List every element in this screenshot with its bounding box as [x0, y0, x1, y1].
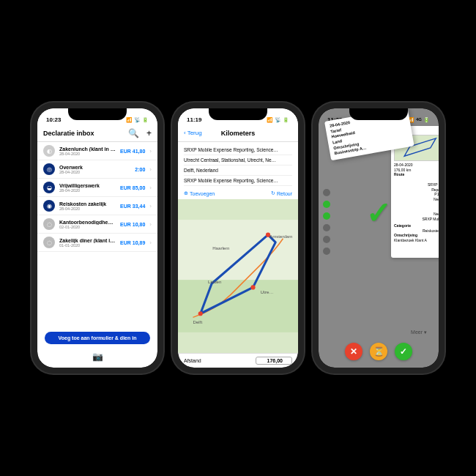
search-icon[interactable]: 🔍 — [128, 128, 139, 138]
back-label: Terug — [187, 130, 202, 136]
svg-text:Utre…: Utre… — [261, 289, 274, 294]
svg-text:Leiden: Leiden — [208, 279, 222, 284]
battery-icon: 🔋 — [423, 117, 430, 123]
item-text: Kantoorbenodigdheden02-01-2020 — [59, 220, 116, 229]
list-item[interactable]: ◒Vrijwilligerswerk28-04-2020EUR 85,00› — [37, 179, 157, 197]
chevron-down-icon: ▾ — [424, 330, 427, 335]
item-text: Zakenlunch (klant in omschrijving)28-04-… — [59, 146, 116, 156]
item-title: Vrijwilligerswerk — [59, 183, 116, 188]
omschrijving-label: Omschrijving — [394, 233, 439, 238]
plus-circle-icon: ⊕ — [184, 190, 188, 196]
item-title: Zakelijk diner (klant in omschrijving) — [59, 238, 116, 243]
item-date: 28-04-2020 — [59, 207, 116, 211]
addr-line: Reporting... — [394, 187, 439, 193]
distance-label: Afstand — [184, 358, 201, 363]
distance-row: Afstand 176,00 — [178, 353, 298, 368]
addr-line: Utrecht — [394, 202, 439, 207]
back-button[interactable]: ‹ Terug — [184, 130, 202, 136]
stop-row[interactable]: SRXP Mobile Expense Reporting, Science… — [184, 145, 292, 155]
phone-notch — [349, 108, 408, 120]
svg-text:Delft: Delft — [193, 319, 203, 324]
screen-approval: 11:25 📶 4G 🔋 Ante… 28-04-2020 — [319, 108, 439, 368]
card-date: 28-04-2020 — [394, 163, 439, 168]
nav-bar: Declaratie inbox 🔍 + — [37, 124, 157, 142]
list-item[interactable]: ◌Kantoorbenodigdheden02-01-2020EUR 10,80… — [37, 215, 157, 234]
dot-approved — [323, 212, 330, 220]
stop-row[interactable]: SRXP Mobile Expense Reporting, Science… — [184, 176, 292, 186]
addr-line: SRXP Mobil... — [394, 182, 439, 187]
wifi-label: 4G — [416, 117, 422, 123]
dot — [323, 224, 330, 231]
dot — [323, 248, 330, 255]
route-actions: ⊕ Toevoegen ↻ Retour — [178, 189, 298, 199]
svg-point-4 — [198, 311, 203, 316]
list-item[interactable]: ◌Zakelijk diner (klant in omschrijving)0… — [37, 234, 157, 252]
expense-list[interactable]: ◐Zakenlunch (klant in omschrijving)28-04… — [37, 142, 157, 327]
item-amount: EUR 10,80 — [120, 222, 145, 227]
chevron-right-icon: › — [149, 166, 152, 173]
wifi-icon: 📡 — [275, 117, 281, 123]
reject-button[interactable]: ✕ — [345, 343, 362, 360]
addr-line: P1, 40Z... — [394, 192, 439, 197]
battery-icon: 🔋 — [283, 117, 289, 123]
phone-notch — [68, 108, 127, 120]
status-icons: 📶 📡 🔋 — [267, 117, 289, 123]
item-date: 02-01-2020 — [59, 225, 116, 229]
item-date: 28-04-2020 — [59, 188, 116, 193]
camera-button[interactable]: 📷 — [37, 349, 157, 368]
screen-inbox: 10:23 📶 📡 🔋 Declaratie inbox 🔍 + ◐Zakenl… — [37, 108, 157, 368]
status-icons: 📶 4G 🔋 — [408, 117, 430, 123]
submit-button[interactable]: Voeg toe aan formulier & dien in — [45, 332, 150, 344]
screen-kilometers: 11:19 📶 📡 🔋 ‹ Terug Kilometers SRXP Mobi… — [178, 108, 298, 368]
category-icon: ◌ — [43, 237, 55, 248]
approve-button[interactable]: ✓ — [395, 343, 412, 360]
item-amount: EUR 10,89 — [120, 240, 145, 245]
stop-row[interactable]: Utrecht Centraal, Stationshal, Utrecht, … — [184, 155, 292, 166]
distance-input[interactable]: 176,00 — [256, 357, 292, 365]
chevron-left-icon: ‹ — [184, 130, 186, 136]
stop-row[interactable]: Delft, Nederland — [184, 166, 292, 176]
wifi-icon: 📡 — [134, 117, 141, 123]
list-item[interactable]: ◎Overwerk28-04-20202:00› — [37, 160, 157, 179]
item-amount: EUR 41,80 — [120, 149, 145, 154]
item-text: Zakelijk diner (klant in omschrijving)01… — [59, 238, 116, 248]
chevron-right-icon: › — [149, 203, 152, 209]
item-date: 28-04-2020 — [59, 152, 116, 156]
retour-button[interactable]: ↻ Retour — [271, 190, 292, 196]
item-amount: EUR 33,44 — [120, 204, 145, 209]
svg-text:Haarlem: Haarlem — [212, 245, 229, 250]
category-icon: ◐ — [43, 145, 55, 157]
route-map[interactable]: Amsterdam Haarlem Leiden Utre… Delft — [178, 199, 298, 353]
item-text: Reiskosten zakelijk28-04-2020 — [59, 201, 116, 211]
nav-title: Kilometers — [221, 130, 256, 137]
cat-label: Categorie — [394, 223, 439, 228]
approval-actions: ✕ ⏳ ✓ — [319, 343, 439, 360]
category-icon: ◒ — [43, 182, 55, 193]
dot — [323, 236, 330, 243]
battery-icon: 🔋 — [142, 117, 149, 123]
category-icon: ◌ — [43, 218, 55, 230]
status-time: 11:19 — [187, 116, 201, 123]
map-svg: Amsterdam Haarlem Leiden Utre… Delft — [178, 199, 298, 353]
item-title: Overwerk — [59, 165, 130, 170]
approved-check-icon: ✓ — [366, 194, 392, 230]
list-item[interactable]: ◉Reiskosten zakelijk28-04-2020EUR 33,44› — [37, 197, 157, 215]
meer-button[interactable]: Meer ▾ — [411, 330, 427, 335]
reiskosten: Reiskosten zak... — [394, 228, 439, 234]
phone-notch — [209, 108, 267, 120]
category-icon: ◉ — [43, 200, 55, 212]
list-item[interactable]: ◐Zakenlunch (klant in omschrijving)28-04… — [37, 142, 157, 160]
route-label: Route — [394, 172, 439, 177]
svg-point-3 — [250, 285, 255, 289]
add-icon[interactable]: + — [146, 128, 152, 138]
add-stop-button[interactable]: ⊕ Toevoegen — [184, 190, 215, 196]
route-addresses: SRXP Mobil...Reporting...P1, 40Z...Neder… — [394, 182, 439, 222]
hold-button[interactable]: ⏳ — [370, 343, 387, 360]
phone-inbox: 10:23 📶 📡 🔋 Declaratie inbox 🔍 + ◐Zakenl… — [31, 103, 163, 373]
chevron-right-icon: › — [149, 239, 152, 246]
signal-icon: 📶 — [126, 117, 133, 123]
item-date: 28-04-2020 — [59, 170, 130, 174]
chevron-right-icon: › — [149, 148, 152, 155]
item-amount: EUR 85,00 — [120, 185, 145, 190]
category-icon: ◎ — [43, 163, 55, 175]
